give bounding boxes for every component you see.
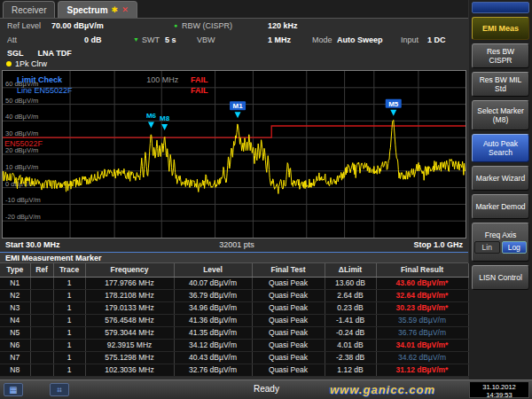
system-panel-icon[interactable]: ▦ (4, 383, 23, 396)
marker-table-cell: N8 (0, 364, 30, 376)
marker-M1[interactable]: M1 (230, 101, 246, 118)
marker-table-cell: 0.23 dB (325, 301, 376, 314)
marker-M6[interactable]: M6 (146, 112, 157, 128)
swt-value[interactable]: 5 s (165, 35, 176, 44)
marker-table-cell (30, 289, 53, 301)
softkey-menu: EMI Meas Res BW CISPR Res BW MIL Std Sel… (469, 0, 532, 379)
limit-check-fail-status: FAIL (191, 75, 208, 84)
stop-frequency-label: Stop 1.0 GHz (413, 240, 463, 251)
spectrum-plot[interactable]: 60 dBµV/m50 dBµV/m40 dBµV/m30 dBµV/m20 d… (2, 70, 466, 239)
marker-label: M5 (388, 100, 399, 108)
softkey-marker-demod[interactable]: Marker Demod (472, 194, 529, 219)
marker-table-cell: N6 (0, 339, 30, 351)
softkey-auto-peak-search[interactable]: Auto Peak Search (472, 134, 529, 162)
marker-table-cell: Quasi Peak (252, 364, 325, 376)
time-label: 14:39:53 (470, 391, 528, 399)
marker-table-cell: 32.76 dBµV/m (174, 364, 252, 376)
softkey-res-bw-mil-std-label: Res BW MIL Std (474, 75, 527, 93)
y-axis-label: -10 dBµV/m (5, 196, 41, 204)
marker-table-cell: -1.41 dB (325, 314, 376, 326)
softkey-freq-axis-label: Freq Axis (485, 231, 516, 239)
marker-label: M1 (232, 102, 243, 110)
vbw-label: VBW (197, 35, 215, 44)
softkey-marker-demod-label: Marker Demod (475, 202, 525, 211)
marker-table-cell: 92.3915 MHz (85, 339, 174, 351)
marker-triangle-icon (235, 112, 241, 118)
marker-table-cell (30, 364, 53, 376)
marker-table-cell: 1 (53, 339, 85, 351)
input-value[interactable]: 1 DC (427, 35, 446, 44)
marker-table-cell: 40.07 dBµV/m (174, 277, 252, 289)
mode-value[interactable]: Auto Sweep (337, 35, 383, 44)
att-label: Att (7, 35, 17, 44)
column-header: Trace (53, 263, 85, 277)
close-tab-icon[interactable]: ✕ (121, 5, 129, 14)
softkey-res-bw-mil-std[interactable]: Res BW MIL Std (472, 72, 529, 97)
marker-table-cell: 43.60 dBµV/m* (376, 277, 468, 289)
marker-table-cell: Quasi Peak (252, 289, 325, 301)
marker-table-cell: 40.43 dBµV/m (174, 351, 252, 364)
marker-table-row[interactable]: N51579.3044 MHz41.35 dBµV/mQuasi Peak-0.… (0, 326, 468, 339)
settings-header: Ref Level 70.00 dBµV/m ● RBW (CISPR) 120… (0, 19, 468, 49)
trace1-color-icon (6, 61, 12, 66)
vbw-value[interactable]: 1 MHz (268, 35, 291, 44)
att-value[interactable]: 0 dB (84, 35, 102, 44)
rs-logo (472, 2, 529, 13)
marker-table-cell: 177.9766 MHz (85, 277, 174, 289)
marker-table-row[interactable]: N31179.0133 MHz34.96 dBµV/mQuasi Peak0.2… (0, 301, 468, 314)
marker-label: M6 (146, 112, 157, 120)
marker-table-cell: 1 (53, 351, 85, 364)
marker-table-row[interactable]: N81102.3036 MHz32.76 dBµV/mQuasi Peak1.1… (0, 364, 468, 376)
softkey-res-bw-cispr[interactable]: Res BW CISPR (472, 43, 529, 68)
marker-table-cell: 34.62 dBµV/m (376, 351, 468, 364)
marker-table-cell: Quasi Peak (252, 351, 325, 364)
rbw-label: RBW (CISPR) (182, 21, 232, 30)
marker-table-cell: 35.59 dBµV/m (376, 314, 468, 326)
tab-receiver-label: Receiver (12, 5, 46, 15)
column-header: Level (174, 263, 252, 277)
watermark-text: www.ganicc.com (330, 383, 435, 396)
marker-table-cell: 36.76 dBµV/m (376, 326, 468, 339)
status-flags: SGL LNA TDF (7, 49, 72, 58)
marker-table-cell: 2.64 dB (325, 289, 376, 301)
column-header: Final Result (376, 263, 468, 277)
marker-table-row[interactable]: N71575.1298 MHz40.43 dBµV/mQuasi Peak-2.… (0, 351, 468, 364)
softkey-lisn-control[interactable]: LISN Control (472, 265, 529, 290)
softkey-select-marker[interactable]: Select Marker (M8) (472, 100, 529, 130)
marker-table-title: EMI Measurement Marker (0, 252, 468, 263)
tab-spectrum[interactable]: Spectrum ✱ ✕ (58, 1, 137, 18)
limit-line (3, 126, 466, 137)
rbw-value[interactable]: 120 kHz (268, 21, 298, 30)
marker-label: M8 (160, 114, 170, 122)
freq-gridline-label: 100 MHz (146, 75, 178, 84)
freq-axis-log-option[interactable]: Log (502, 241, 528, 254)
tab-bar: Receiver Spectrum ✱ ✕ (0, 0, 468, 19)
column-header: Frequency (85, 263, 174, 277)
status-bar: ▦ ⌗ Ready www.ganicc.com 31.10.2012 14:3… (0, 379, 532, 399)
softkey-lisn-control-label: LISN Control (479, 273, 522, 282)
marker-table-cell: N7 (0, 351, 30, 364)
marker-table-cell: 1 (53, 364, 85, 376)
marker-table-cell: Quasi Peak (252, 301, 325, 314)
softkey-marker-wizard[interactable]: Marker Wizard (472, 166, 529, 191)
sweep-points-label: 32001 pts (219, 240, 254, 251)
marker-table-row[interactable]: N41576.4548 MHz41.36 dBµV/mQuasi Peak-1.… (0, 314, 468, 326)
keyboard-icon[interactable]: ⌗ (50, 383, 69, 396)
marker-M5[interactable]: M5 (386, 99, 402, 116)
column-header: Ref (30, 263, 53, 277)
marker-table-row[interactable]: N6192.3915 MHz34.12 dBµV/mQuasi Peak4.01… (0, 339, 468, 351)
date-label: 31.10.2012 (470, 383, 528, 391)
marker-table-cell: N1 (0, 277, 30, 289)
tab-receiver[interactable]: Receiver (3, 1, 55, 18)
y-axis-label: 30 dBµV/m (5, 129, 38, 137)
marker-table-row[interactable]: N11177.9766 MHz40.07 dBµV/mQuasi Peak13.… (0, 277, 468, 289)
emi-marker-table: TypeRefTraceFrequencyLevelFinal TestΔLim… (0, 263, 469, 377)
marker-table-cell: Quasi Peak (252, 314, 325, 326)
start-frequency-label: Start 30.0 MHz (5, 240, 60, 251)
freq-axis-lin-option[interactable]: Lin (474, 241, 500, 254)
ref-level-value[interactable]: 70.00 dBµV/m (51, 21, 104, 30)
softkey-freq-axis[interactable]: Freq Axis Lin Log (472, 223, 529, 262)
marker-table-cell: 1 (53, 277, 85, 289)
marker-table-cell: 34.01 dBµV/m* (376, 339, 468, 351)
marker-table-row[interactable]: N21178.2108 MHz36.79 dBµV/mQuasi Peak2.6… (0, 289, 468, 301)
